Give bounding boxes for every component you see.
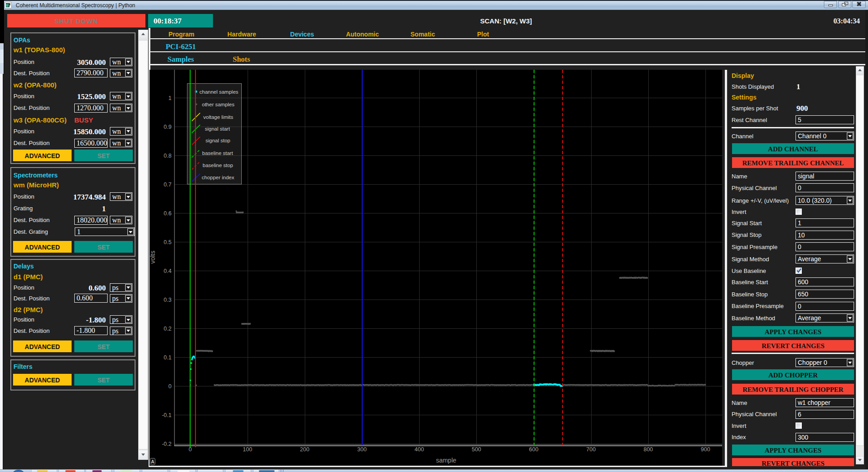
svg-text:0: 0 [168,383,172,390]
svg-text:0: 0 [189,446,192,453]
svg-text:0.1: 0.1 [164,354,172,361]
svg-text:A: A [151,459,154,464]
svg-text:-0.2: -0.2 [162,441,172,447]
svg-text:0.5: 0.5 [164,239,172,245]
svg-text:0.4: 0.4 [164,268,172,274]
svg-text:volts: volts [149,251,156,264]
svg-text:chopper index: chopper index [202,175,234,180]
svg-text:0.3: 0.3 [164,297,172,303]
svg-text:0.9: 0.9 [164,124,172,130]
svg-text:signal stop: signal stop [206,138,231,143]
svg-text:700: 700 [586,446,596,453]
svg-text:sample: sample [436,457,456,464]
svg-text:0.6: 0.6 [164,210,172,217]
svg-text:800: 800 [643,446,653,453]
svg-text:0.2: 0.2 [164,326,172,332]
svg-text:200: 200 [300,446,309,453]
svg-text:signal start: signal start [205,126,230,132]
svg-text:300: 300 [357,446,367,453]
svg-text:-0.1: -0.1 [162,412,172,418]
svg-text:100: 100 [243,446,252,453]
svg-text:600: 600 [529,446,538,453]
svg-text:900: 900 [701,446,710,453]
svg-text:400: 400 [415,446,424,453]
svg-text:baseline start: baseline start [202,150,233,156]
svg-text:0.7: 0.7 [164,182,172,188]
svg-text:baseline stop: baseline stop [203,163,233,168]
svg-text:1: 1 [168,95,172,101]
svg-text:other samples: other samples [202,102,235,107]
svg-text:channel samples: channel samples [199,89,239,95]
svg-text:0.8: 0.8 [164,153,172,159]
svg-text:voltage limits: voltage limits [203,114,234,120]
svg-text:500: 500 [472,446,481,453]
